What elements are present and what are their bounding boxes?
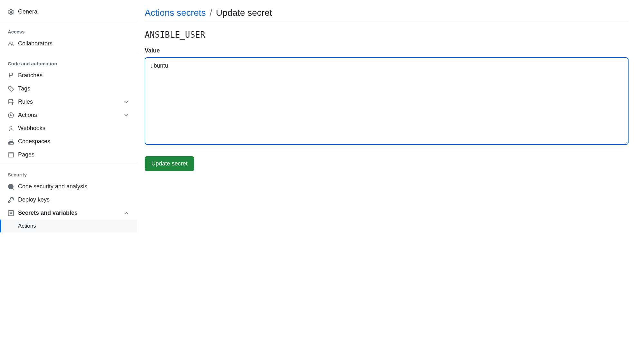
- chevron-down-icon: [123, 99, 129, 105]
- sidebar-label-rules: Rules: [18, 99, 120, 105]
- sidebar-label-secrets-variables: Secrets and variables: [18, 210, 120, 216]
- sidebar-label-webhooks: Webhooks: [18, 125, 129, 132]
- key-icon: [8, 197, 14, 203]
- sidebar-label-general: General: [18, 8, 129, 15]
- breadcrumb-separator: /: [210, 8, 212, 18]
- sidebar-label-pages: Pages: [18, 151, 129, 158]
- section-header-code: Code and automation: [0, 58, 137, 69]
- sidebar-item-collaborators[interactable]: Collaborators: [0, 37, 137, 50]
- sidebar-label-codespaces: Codespaces: [18, 138, 129, 145]
- sidebar-item-actions[interactable]: Actions: [0, 108, 137, 122]
- sidebar-label-code-security: Code security and analysis: [18, 183, 129, 190]
- play-circle-icon: [8, 112, 14, 118]
- browser-icon: [8, 152, 14, 158]
- sidebar-separator: [0, 21, 137, 21]
- people-icon: [8, 41, 14, 47]
- webhook-icon: [8, 125, 14, 132]
- sidebar-item-branches[interactable]: Branches: [0, 69, 137, 82]
- sidebar-label-branches: Branches: [18, 72, 129, 79]
- sidebar-item-codespaces[interactable]: Codespaces: [0, 135, 137, 148]
- sidebar-item-deploy-keys[interactable]: Deploy keys: [0, 193, 137, 206]
- secret-name-heading: ANSIBLE_USER: [145, 30, 629, 40]
- tag-icon: [8, 86, 14, 92]
- sidebar-label-tags: Tags: [18, 85, 129, 92]
- sidebar-subitem-actions[interactable]: Actions: [0, 220, 137, 232]
- sidebar-label-deploy-keys: Deploy keys: [18, 196, 129, 203]
- secret-value-input[interactable]: [145, 57, 629, 145]
- sidebar-item-webhooks[interactable]: Webhooks: [0, 122, 137, 135]
- sidebar-item-pages[interactable]: Pages: [0, 148, 137, 161]
- key-asterisk-icon: [8, 210, 14, 216]
- value-label: Value: [145, 47, 629, 54]
- section-header-security: Security: [0, 169, 137, 180]
- sidebar-item-tags[interactable]: Tags: [0, 82, 137, 95]
- git-branch-icon: [8, 72, 14, 79]
- chevron-down-icon: [123, 112, 129, 118]
- codescan-icon: [8, 184, 14, 190]
- sidebar-label-collaborators: Collaborators: [18, 40, 129, 47]
- main-content: Actions secrets / Update secret ANSIBLE_…: [137, 0, 644, 339]
- sidebar-label-actions: Actions: [18, 112, 120, 118]
- sidebar-separator: [0, 53, 137, 53]
- section-header-access: Access: [0, 26, 137, 37]
- breadcrumb-link-actions-secrets[interactable]: Actions secrets: [145, 8, 206, 18]
- repo-push-icon: [8, 99, 14, 105]
- sidebar-sublabel-actions: Actions: [18, 223, 36, 229]
- sidebar-item-general[interactable]: General: [0, 5, 137, 18]
- sidebar-item-rules[interactable]: Rules: [0, 95, 137, 108]
- chevron-up-icon: [123, 210, 129, 216]
- sidebar-item-code-security[interactable]: Code security and analysis: [0, 180, 137, 193]
- gear-icon: [8, 9, 14, 15]
- sidebar-item-secrets-variables[interactable]: Secrets and variables: [0, 206, 137, 220]
- breadcrumb-current: Update secret: [216, 8, 272, 18]
- breadcrumb: Actions secrets / Update secret: [145, 8, 629, 22]
- codespaces-icon: [8, 138, 14, 145]
- sidebar-separator: [0, 164, 137, 164]
- settings-sidebar: General Access Collaborators Code and au…: [0, 0, 137, 339]
- update-secret-button[interactable]: Update secret: [145, 156, 194, 171]
